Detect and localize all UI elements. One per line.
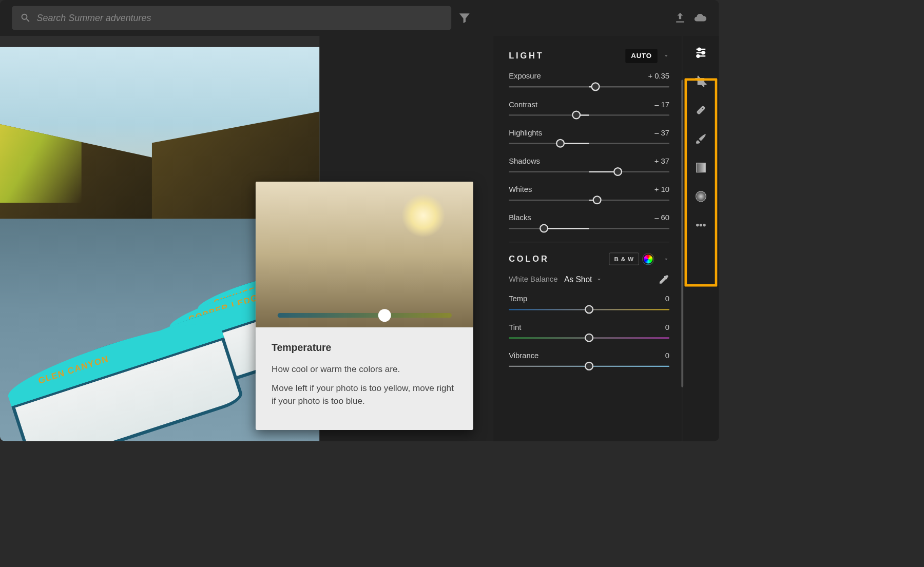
svg-point-12 (696, 191, 706, 202)
slider-handle[interactable] (585, 305, 593, 314)
slider-track[interactable] (509, 171, 669, 172)
slider-track[interactable] (509, 228, 669, 229)
brush-icon[interactable] (693, 131, 709, 147)
edit-panel: LIGHT AUTO Exposure + 0.35 Contrast – 17… (494, 36, 682, 441)
slider-handle[interactable] (591, 82, 600, 91)
slider-label: Tint (509, 323, 521, 331)
svg-point-5 (697, 55, 699, 57)
svg-point-13 (697, 224, 699, 226)
slider-value: – 17 (654, 100, 669, 109)
svg-point-15 (703, 224, 705, 226)
slider-label: Exposure (509, 72, 541, 81)
svg-rect-11 (697, 163, 706, 172)
slider-handle[interactable] (572, 111, 581, 120)
slider-label: Whites (509, 185, 532, 194)
edit-sliders-icon[interactable] (693, 45, 709, 61)
topbar (0, 0, 719, 36)
slider-handle[interactable] (585, 334, 593, 342)
more-icon[interactable] (693, 217, 709, 233)
radial-gradient-icon[interactable] (693, 188, 709, 204)
slider-value: 0 (665, 295, 669, 303)
search-box[interactable] (12, 6, 451, 30)
slider-handle[interactable] (540, 224, 548, 232)
share-icon[interactable] (673, 11, 687, 25)
tooltip-preview-slider (277, 313, 451, 318)
slider-tint: Tint 0 (509, 323, 669, 338)
white-balance-row: White Balance As Shot (509, 274, 669, 285)
cloud-icon[interactable] (694, 11, 707, 25)
chevron-down-icon[interactable] (663, 53, 669, 59)
slider-whites: Whites + 10 (509, 185, 669, 201)
tooltip-preview-image (256, 182, 473, 327)
slider-track[interactable] (509, 366, 669, 367)
slider-label: Highlights (509, 129, 542, 138)
slider-track[interactable] (509, 114, 669, 115)
slider-label: Blacks (509, 213, 531, 222)
slider-value: 0 (665, 323, 669, 331)
slider-handle[interactable] (585, 362, 593, 370)
tooltip-title: Temperature (272, 342, 457, 354)
slider-vibrance: Vibrance 0 (509, 351, 669, 367)
slider-label: Temp (509, 295, 527, 303)
linear-gradient-icon[interactable] (693, 160, 709, 175)
svg-point-14 (700, 224, 702, 226)
slider-track[interactable] (509, 143, 669, 144)
slider-track[interactable] (509, 200, 669, 201)
svg-point-8 (700, 110, 701, 111)
white-balance-select[interactable]: As Shot (564, 275, 603, 284)
right-toolbar (683, 36, 719, 441)
slider-label: Contrast (509, 100, 537, 109)
slider-blacks: Blacks – 60 (509, 213, 669, 229)
tooltip-text: How cool or warm the colors are. (272, 363, 457, 376)
color-mixer-button[interactable] (642, 253, 654, 265)
bw-button[interactable]: B & W (609, 252, 639, 265)
slider-exposure: Exposure + 0.35 (509, 72, 669, 87)
slider-handle[interactable] (613, 167, 622, 176)
slider-handle[interactable] (593, 195, 602, 204)
auto-button[interactable]: AUTO (625, 49, 657, 63)
eyedropper-icon[interactable] (658, 274, 669, 285)
slider-track[interactable] (509, 337, 669, 338)
search-input[interactable] (37, 13, 444, 24)
svg-point-7 (699, 111, 700, 112)
light-section-heading: LIGHT (509, 51, 544, 61)
slider-value: + 10 (654, 185, 669, 194)
tooltip-text: Move left if your photo is too yellow, m… (272, 382, 457, 407)
slider-temp: Temp 0 (509, 295, 669, 310)
slider-value: + 0.35 (648, 72, 669, 81)
slider-value: – 60 (654, 213, 669, 222)
color-section-heading: COLOR (509, 254, 549, 264)
slider-value: – 37 (654, 129, 669, 138)
slider-value: 0 (665, 351, 669, 360)
slider-value: + 37 (654, 157, 669, 166)
slider-label: Shadows (509, 157, 540, 166)
crop-icon[interactable] (693, 73, 709, 89)
chevron-down-icon[interactable] (663, 256, 669, 262)
slider-handle[interactable] (556, 139, 565, 148)
white-balance-label: White Balance (509, 275, 557, 284)
help-tooltip-temperature: Temperature How cool or warm the colors … (256, 182, 473, 430)
slider-contrast: Contrast – 17 (509, 100, 669, 115)
svg-point-1 (698, 48, 701, 51)
svg-point-9 (702, 108, 703, 109)
heal-icon[interactable] (693, 102, 709, 118)
panel-scrollbar[interactable] (681, 80, 683, 387)
slider-track[interactable] (509, 86, 669, 87)
slider-track[interactable] (509, 309, 669, 310)
slider-shadows: Shadows + 37 (509, 157, 669, 172)
slider-highlights: Highlights – 37 (509, 129, 669, 144)
slider-label: Vibrance (509, 351, 538, 360)
search-icon (20, 12, 31, 24)
chevron-down-icon (595, 276, 603, 283)
filter-icon[interactable] (458, 11, 471, 25)
svg-point-3 (702, 51, 704, 54)
